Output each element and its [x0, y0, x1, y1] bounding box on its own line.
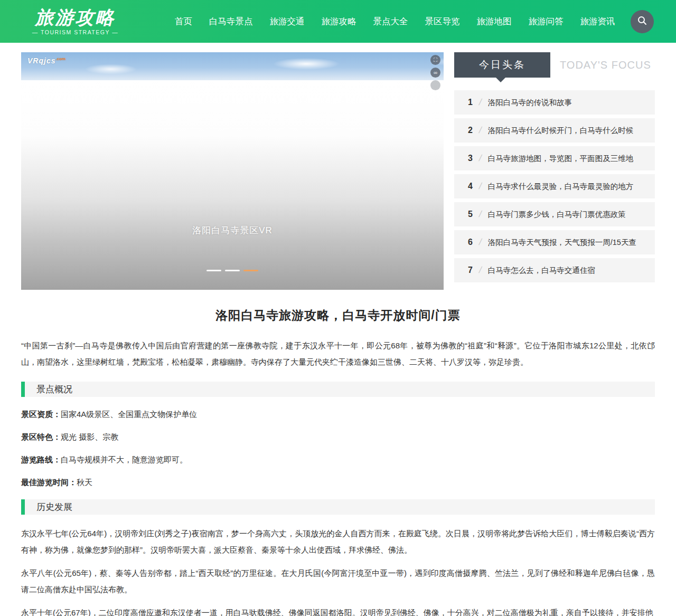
slash-divider: / — [478, 97, 483, 108]
vr-goggles-icon[interactable]: ∞ — [430, 68, 440, 78]
slash-divider: / — [478, 181, 483, 192]
headline-list: 1 / 洛阳白马寺的传说和故事 2 / 洛阳白马寺什么时候开门，白马寺什么时候 … — [454, 90, 655, 282]
info-row-features: 景区特色：观光 摄影、宗教 — [21, 431, 655, 442]
nav-item-all-spots[interactable]: 景点大全 — [365, 12, 417, 32]
headline-item-2[interactable]: 2 / 洛阳白马寺什么时候开门，白马寺什么时候 — [454, 118, 655, 143]
headline-item-1[interactable]: 1 / 洛阳白马寺的传说和故事 — [454, 90, 655, 115]
headlines-sidebar: 今日头条 TODAY'S FOCUS 1 / 洛阳白马寺的传说和故事 2 / 洛… — [454, 52, 655, 290]
headline-number: 4 — [468, 182, 474, 191]
headline-number: 5 — [468, 210, 474, 219]
site-logo[interactable]: 旅游攻略 — TOURISM STRATEGY — — [21, 8, 129, 35]
history-paragraph-3: 永平十年(公元67年)，二位印度高僧应邀和东汉使者一道，用白马驮载佛经、佛像同返… — [21, 604, 655, 616]
vr-watermark-tld: .com — [55, 56, 65, 61]
info-value: 秋天 — [77, 478, 92, 487]
nav-item-home[interactable]: 首页 — [166, 12, 201, 32]
headline-title: 洛阳白马寺的传说和故事 — [488, 98, 572, 108]
logo-subtitle: — TOURISM STRATEGY — — [21, 29, 129, 35]
slash-divider: / — [478, 265, 483, 276]
vr-extra-control-icon[interactable] — [430, 80, 440, 90]
hero-caption: 洛阳白马寺景区VR — [21, 224, 444, 236]
section-heading-overview: 景点概况 — [21, 382, 655, 397]
fullscreen-icon[interactable]: ⛶ — [430, 55, 440, 65]
vr-watermark: VRqjcs.com — [27, 56, 65, 65]
carousel-dot-1[interactable] — [206, 270, 221, 271]
main-row: VRqjcs.com ⛶ ∞ 洛阳白马寺景区VR 今日头条 TODAY'S FO… — [0, 43, 676, 290]
info-label: 景区资质： — [21, 410, 61, 419]
info-label: 游览路线： — [21, 455, 61, 464]
headline-number: 3 — [468, 154, 474, 163]
history-paragraph-1: 东汉永平七年(公元64年)，汉明帝刘庄(刘秀之子)夜宿南宫，梦一个身高六丈，头顶… — [21, 525, 655, 558]
nav-item-scenic-spots[interactable]: 白马寺景点 — [201, 12, 261, 32]
main-nav: 首页 白马寺景点 旅游交通 旅游攻略 景点大全 景区导览 旅游地图 旅游问答 旅… — [166, 12, 624, 32]
slash-divider: / — [478, 153, 483, 164]
vr-watermark-brand: VRqjcs — [27, 56, 55, 65]
info-value: 观光 摄影、宗教 — [61, 432, 118, 441]
hero-sky-image — [21, 52, 444, 80]
headline-item-6[interactable]: 6 / 洛阳白马寺天气预报，天气预报一周/15天查 — [454, 230, 655, 254]
headline-title: 洛阳白马寺天气预报，天气预报一周/15天查 — [488, 238, 636, 248]
info-row-qualification: 景区资质：国家4A级景区、全国重点文物保护单位 — [21, 409, 655, 420]
hero-vr-panorama[interactable]: VRqjcs.com ⛶ ∞ 洛阳白马寺景区VR — [21, 52, 444, 290]
logo-title: 旅游攻略 — [21, 8, 129, 26]
sidebar-header: 今日头条 TODAY'S FOCUS — [454, 52, 655, 78]
headline-title: 洛阳白马寺什么时候开门，白马寺什么时候 — [488, 126, 634, 136]
section-heading-text: 历史发展 — [36, 501, 72, 513]
slash-divider: / — [478, 209, 483, 220]
nav-item-area-guide[interactable]: 景区导览 — [417, 12, 468, 32]
article-title: 洛阳白马寺旅游攻略，白马寺开放时间/门票 — [21, 307, 655, 324]
slash-divider: / — [478, 237, 483, 248]
section-heading-history: 历史发展 — [21, 499, 655, 515]
headline-number: 2 — [468, 126, 474, 135]
info-row-best-time: 最佳游览时间：秋天 — [21, 477, 655, 488]
nav-item-strategy[interactable]: 旅游攻略 — [313, 12, 365, 32]
article: 洛阳白马寺旅游攻略，白马寺开放时间/门票 “中国第一古刹”—白马寺是佛教传入中国… — [0, 307, 676, 616]
sidebar-title-en: TODAY'S FOCUS — [560, 59, 651, 71]
headline-title: 白马寺怎么去，白马寺交通住宿 — [488, 266, 595, 276]
search-button[interactable] — [631, 10, 654, 33]
headline-title: 白马寺求什么最灵验，白马寺最灵验的地方 — [488, 182, 634, 192]
section-heading-text: 景点概况 — [36, 383, 72, 395]
headline-number: 6 — [468, 238, 474, 247]
nav-item-qa[interactable]: 旅游问答 — [520, 12, 572, 32]
headline-item-4[interactable]: 4 / 白马寺求什么最灵验，白马寺最灵验的地方 — [454, 174, 655, 198]
search-icon — [637, 15, 647, 28]
headline-title: 白马寺门票多少钱，白马寺门票优惠政策 — [488, 210, 626, 220]
vr-control-buttons: ⛶ ∞ — [430, 55, 440, 90]
headline-item-3[interactable]: 3 / 白马寺旅游地图，导览图，平面图及三维地 — [454, 146, 655, 170]
nav-item-news[interactable]: 旅游资讯 — [572, 12, 624, 32]
history-paragraph-2: 永平八年(公元65年)，蔡、秦等人告别帝都，踏上“西天取经”的万里征途。在大月氏… — [21, 565, 655, 598]
headline-title: 白马寺旅游地图，导览图，平面图及三维地 — [488, 154, 634, 164]
info-value: 国家4A级景区、全国重点文物保护单位 — [61, 410, 197, 419]
headline-number: 7 — [468, 266, 474, 275]
headline-item-7[interactable]: 7 / 白马寺怎么去，白马寺交通住宿 — [454, 258, 655, 282]
carousel-dot-2[interactable] — [225, 270, 240, 271]
carousel-indicators — [21, 270, 444, 271]
info-label: 最佳游览时间： — [21, 478, 77, 487]
carousel-dot-3-active[interactable] — [243, 270, 258, 271]
site-header: 旅游攻略 — TOURISM STRATEGY — 首页 白马寺景点 旅游交通 … — [0, 0, 676, 43]
sidebar-arrow-down — [496, 78, 505, 82]
nav-item-map[interactable]: 旅游地图 — [468, 12, 520, 32]
nav-item-transport[interactable]: 旅游交通 — [261, 12, 313, 32]
info-row-route: 游览路线：白马寺规模并不大，随意游览即可。 — [21, 454, 655, 465]
headline-item-5[interactable]: 5 / 白马寺门票多少钱，白马寺门票优惠政策 — [454, 202, 655, 226]
slash-divider: / — [478, 125, 483, 136]
info-value: 白马寺规模并不大，随意游览即可。 — [61, 455, 187, 464]
sidebar-title-cn: 今日头条 — [454, 52, 550, 78]
article-intro-paragraph: “中国第一古刹”—白马寺是佛教传入中国后由官府营建的第一座佛教寺院，建于东汉永平… — [21, 337, 655, 370]
info-label: 景区特色： — [21, 432, 61, 441]
headline-number: 1 — [468, 98, 474, 107]
